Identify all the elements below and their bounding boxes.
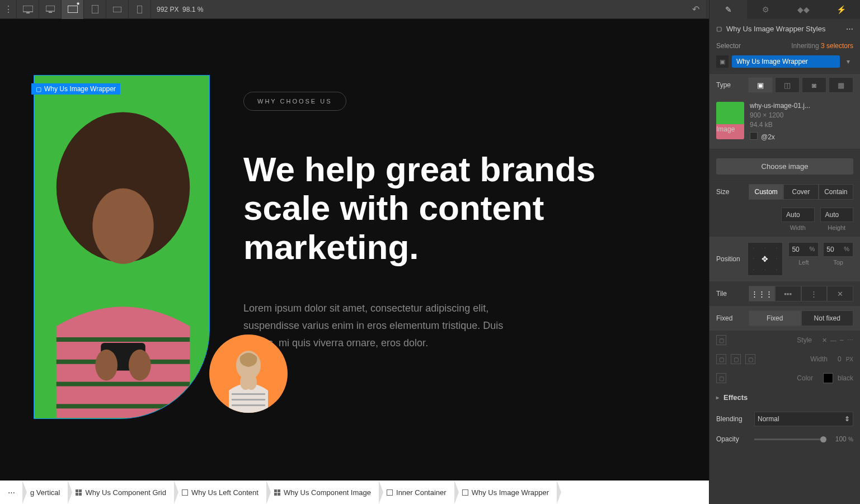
breadcrumb-item[interactable]: Why Us Left Content [174,481,266,504]
breadcrumb-item[interactable]: Why Us Component Grid [68,481,174,504]
selector-chip[interactable]: ▣ Why Us Image Wrapper ▾ [716,55,853,68]
blending-select[interactable]: Normal⇕ [754,412,853,426]
main-heading: We help great brands scale with content … [243,150,675,266]
settings-tab-icon[interactable]: ⚙ [747,0,784,19]
type-row: Type ▣ ◫ ◙ ▦ [709,73,860,96]
border-bottom-icon[interactable]: ▢ [745,354,755,364]
size-contain-button[interactable]: Contain [819,184,853,200]
position-left-input[interactable] [789,243,806,256]
breadcrumb-item[interactable]: g Vertical [22,481,68,504]
style-tab-icon[interactable]: ✎ [709,0,747,19]
position-grid[interactable]: ··· ·✥· ··· [748,242,783,276]
effects-tab-icon[interactable]: ⚡ [823,0,860,19]
text-content: WHY CHOOSE US We help great brands scale… [243,75,675,419]
tile-repeat-x-button[interactable]: ▪▪▪ [775,286,801,302]
position-row: Position ··· ·✥· ··· % Left % Top [709,237,860,281]
fixed-row: Fixed Fixed Not fixed [709,306,860,331]
mobile-landscape-icon[interactable] [106,0,129,19]
tablet-landscape-icon[interactable] [62,0,84,19]
border-width-row: ▢ ▢ ▢ Width 0 PX [709,350,860,369]
image-filesize: 94.4 kB [750,121,853,129]
mobile-portrait-icon[interactable] [129,0,151,19]
image-dimensions: 900 × 1200 [750,111,853,119]
tile-repeat-y-button[interactable]: ⋮ [801,286,828,302]
breadcrumb-item[interactable]: Why Us Component Image [266,481,379,504]
image-preview-row: why-us-image-01.j... 900 × 1200 94.4 kB … [709,96,860,149]
size-row: Size Custom Cover Contain [709,180,860,203]
undo-icon[interactable]: ↶ [685,0,707,19]
selected-element-tag[interactable]: Why Us Image Wrapper [31,83,120,95]
width-input[interactable]: Auto [781,208,815,222]
border-solid-icon[interactable]: — [830,337,836,344]
svg-rect-15 [232,393,265,395]
border-dashed-icon[interactable]: ╌ [840,337,844,344]
fixed-button[interactable]: Fixed [749,310,801,326]
choose-image-button[interactable]: Choose image [716,158,853,175]
style-panel: ✎ ⚙ ◆◆ ⚡ ▢ Why Us Image Wrapper Styles ⋯… [709,0,860,504]
svg-point-19 [246,374,257,390]
color-swatch[interactable] [823,373,833,383]
image-filename: why-us-image-01.j... [750,102,853,110]
tile-row: Tile ⋮⋮⋮ ▪▪▪ ⋮ ✕ [709,281,860,306]
svg-point-12 [95,350,118,381]
blending-row: Blending Normal⇕ [709,407,860,431]
hero-image [34,76,209,418]
breadcrumb-item[interactable]: Inner Container [379,481,454,504]
svg-point-13 [129,350,151,381]
tablet-portrait-icon[interactable] [84,0,106,19]
opacity-slider[interactable] [754,439,826,440]
desktop-icon[interactable] [39,0,62,19]
svg-rect-6 [113,7,121,12]
svg-rect-5 [92,5,98,13]
border-none-icon[interactable]: ✕ [822,337,827,344]
svg-rect-16 [232,399,265,401]
image-thumbnail[interactable] [716,102,744,139]
border-color-row: ▢ Color black [709,369,860,388]
selector-row: Selector Inheriting 3 selectors [709,39,860,53]
height-input[interactable]: Auto [820,208,854,222]
why-choose-us-badge: WHY CHOOSE US [243,92,346,111]
canvas-area[interactable]: Why Us Image Wrapper [0,19,709,481]
breadcrumb: ⋯ g Vertical Why Us Component Grid Why U… [0,481,709,504]
breadcrumb-more[interactable]: ⋯ [0,481,22,504]
bg-image-type-button[interactable]: ▣ [748,77,773,93]
panel-menu-icon[interactable]: ⋯ [846,25,853,33]
small-person-illustration [220,346,276,413]
viewport-width-display: 992 PX 98.1 % [151,6,209,13]
size-custom-button[interactable]: Custom [749,184,783,200]
size-cover-button[interactable]: Cover [783,184,818,200]
border-all-icon[interactable]: ▢ [716,373,726,383]
selector-dropdown-icon[interactable]: ▾ [843,58,853,65]
svg-point-10 [92,189,153,264]
bg-linear-type-button[interactable]: ◫ [775,77,800,93]
position-top-input[interactable] [824,243,840,256]
panel-title: Why Us Image Wrapper Styles [726,25,825,33]
bg-color-type-button[interactable]: ▦ [829,77,853,93]
selector-icon: ▣ [716,55,729,68]
breadcrumb-item[interactable]: Why Us Image Wrapper [454,481,557,504]
tile-none-button[interactable]: ✕ [827,286,853,302]
bg-radial-type-button[interactable]: ◙ [802,77,826,93]
toolbar-more-icon[interactable]: ⋮ [0,0,17,19]
svg-rect-17 [232,404,265,406]
svg-rect-0 [23,6,33,12]
border-style-row: ▢ Style ✕ — ╌ ⋯ [709,331,860,350]
border-edge-icon[interactable]: ▢ [716,335,726,345]
svg-rect-2 [46,6,55,11]
person-illustration [34,76,209,418]
opacity-row: Opacity 100 % [709,431,860,448]
retina-checkbox[interactable] [750,132,758,140]
border-top-icon[interactable]: ▢ [716,354,726,364]
border-right-icon[interactable]: ▢ [731,354,741,364]
effects-section-header[interactable]: Effects [709,388,860,407]
border-dotted-icon[interactable]: ⋯ [847,337,853,344]
panel-tabs: ✎ ⚙ ◆◆ ⚡ [709,0,860,19]
not-fixed-button[interactable]: Not fixed [801,310,854,326]
why-us-image-wrapper[interactable] [34,75,210,419]
desktop-large-icon[interactable] [17,0,39,19]
svg-rect-3 [49,12,52,13]
svg-rect-7 [137,6,142,13]
tile-repeat-button[interactable]: ⋮⋮⋮ [749,286,775,302]
interactions-tab-icon[interactable]: ◆◆ [785,0,823,19]
svg-rect-1 [26,12,30,13]
